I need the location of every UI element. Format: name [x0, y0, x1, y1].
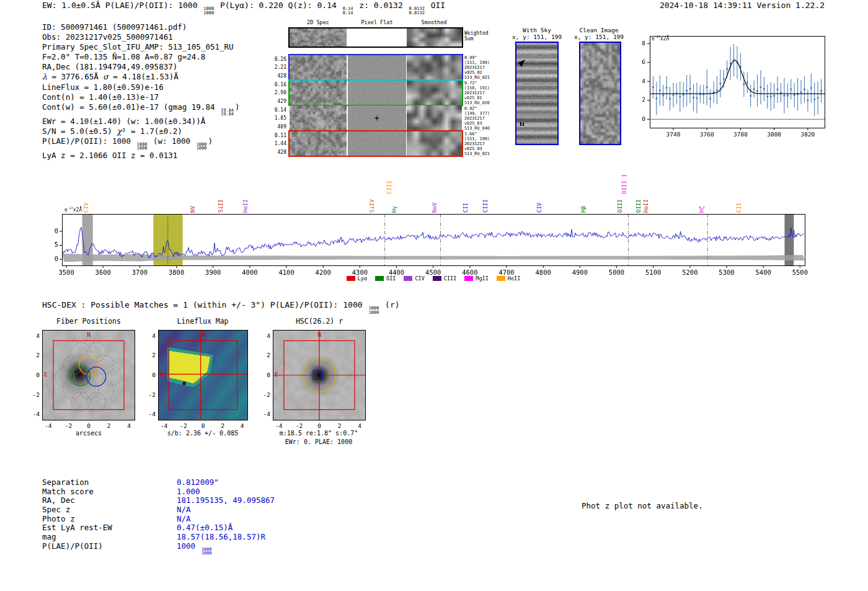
emission-line-label: Hζ: [699, 206, 705, 213]
row-value: 1.000: [177, 487, 200, 496]
text-segment: ): [208, 136, 213, 146]
signal-to-background-caption: s/b: 2.36 +/- 0.085: [167, 430, 238, 437]
stack-bottom: 0.0132: [409, 11, 425, 16]
row-value: 0.47(±0.15)Å: [177, 523, 232, 532]
info-value: 513_RU_020: [464, 100, 490, 105]
clean-image: [579, 42, 621, 145]
table-row: Photo zN/A: [42, 514, 275, 523]
stat-value: 2.21: [268, 63, 286, 71]
stat-value: 1.85: [268, 114, 286, 122]
x-tick-label: 2: [338, 422, 342, 429]
stack-bottom: 0.14: [343, 11, 353, 16]
x-tick-label: -2: [296, 422, 303, 429]
table-row: Match score1.000: [42, 487, 275, 496]
row-label: mag: [42, 532, 177, 541]
stat-value: 409: [268, 123, 286, 131]
row-value: N/A: [177, 514, 191, 523]
with-sky-coords: x, y: 151, 199: [512, 33, 562, 40]
info-value: 0.99": [464, 55, 490, 60]
unit-exp: -17: [655, 35, 660, 38]
cutout-pixelflat-image: [348, 105, 406, 131]
math-symbol: λ: [42, 72, 47, 81]
weighted-sum-label-line: Weighted: [464, 30, 489, 36]
text-segment: EWr = 4.10(±1.40) (w: 1.00(±0.34))Å: [42, 117, 205, 126]
fiber-positions-title: Fiber Positions: [56, 317, 121, 326]
unit-rest: x2Å: [73, 207, 82, 213]
fiber-positions-image: [42, 330, 135, 420]
cutout-pixelflat-image: [348, 131, 406, 156]
text-segment: 0.47(±0.15)Å: [177, 523, 232, 532]
emission-line-label: CIII: [483, 199, 489, 213]
x-tick-label: 2: [221, 422, 224, 429]
clean-image-title: Clean Image: [580, 27, 619, 33]
info-value: (150, 191): [464, 86, 490, 91]
legend-item: CIII: [433, 275, 456, 282]
cutout-smoothed-image: [407, 105, 462, 131]
stacked-fraction: 10001000: [202, 548, 212, 556]
text-segment: OII: [426, 1, 445, 10]
emission-line-label: OIII: [636, 199, 642, 213]
legend-label: CIV: [415, 275, 424, 282]
cutout-row-stats: 0.162.90429: [268, 81, 286, 105]
stat-value: 0.14: [268, 106, 286, 114]
row-value: 18.57(18.56,18.57)R: [177, 532, 265, 541]
x-tick-label: -2: [65, 422, 72, 429]
lineflux-map-image: [158, 330, 248, 420]
legend-item: OII: [375, 275, 396, 282]
info-value: 20231217: [464, 65, 490, 70]
cutout-smoothed-image: [407, 80, 462, 105]
emission-line-label: CII: [463, 203, 469, 213]
text-segment: LyA z = 2.1066 OII z = 0.0131: [42, 151, 177, 160]
legend-label: CIII: [444, 275, 456, 282]
text-segment: 1.000: [177, 487, 200, 496]
legend-label: HeII: [508, 275, 520, 282]
legend-item: MgII: [464, 275, 488, 282]
cutout-column-header: Smoothed: [422, 19, 447, 25]
legend-swatch: [375, 276, 384, 281]
text-segment: ID: 5000971461 (5000971461.pdf): [42, 22, 187, 32]
info-value: 20231217: [464, 91, 490, 96]
info-value: 0.92": [464, 106, 490, 111]
text-segment: Obs: 20231217v025_5000971461: [42, 32, 173, 42]
flux-units-label: e-17x2Å: [652, 35, 669, 42]
spectrum-legend: LyαOIICIVCIIIMgIIHeII: [62, 275, 805, 282]
timestamp-version: 2024-10-18 14:39:11 Version 1.22.2: [660, 1, 825, 10]
y-tick-label: -4: [26, 411, 40, 417]
stat-value: 0.16: [268, 81, 286, 89]
table-row: Est LyA rest-EW0.47(±0.15)Å: [42, 523, 275, 532]
cutout-2dspec-image: [290, 80, 347, 105]
text-segment: (r): [380, 300, 399, 309]
cutout-smoothed-image: [407, 55, 462, 80]
text-segment: HSC-DEX : Possible Matches = 1 (within +…: [42, 300, 367, 309]
with-sky-image: [515, 42, 559, 145]
row-label: P(LAE)/P(OII): [42, 541, 177, 551]
weighted-2dspec-image: [290, 29, 347, 47]
info-line: Cont(n) = 1.40(±0.13)e-17: [42, 92, 240, 102]
x-tick-label: 2: [107, 422, 111, 429]
info-value: 20231217: [464, 141, 490, 146]
emission-line-label: HeII: [644, 199, 649, 213]
cutout-row-stats: 0.262.21428: [268, 55, 286, 80]
info-value: 20231217: [464, 116, 490, 121]
x-tick-label: -4: [161, 422, 167, 429]
x-tick-label: 4: [241, 422, 244, 429]
text-segment: 181.195135, 49.095867: [177, 495, 275, 505]
text-segment: RA,Dec (181.194794,49.095837): [42, 62, 177, 71]
emission-line-label: OIII ]: [622, 174, 627, 194]
info-value: v025_03: [464, 121, 490, 126]
hsc-ew-plae-caption: EWr: 0. PLAE: 1000: [285, 438, 352, 445]
legend-swatch: [404, 276, 412, 281]
x-tick-label: 0: [202, 422, 205, 429]
stack-bottom: 1000: [202, 551, 212, 556]
row-label: Match score: [42, 487, 177, 496]
math-symbol: σ: [103, 72, 108, 81]
y-tick-label: 0: [142, 371, 156, 378]
emission-line-label: SiII: [218, 199, 224, 213]
cutout-2dspec-image: [290, 105, 347, 131]
table-row: P(LAE)/P(OII)1000 10001000: [42, 541, 275, 551]
text-segment: (w: 1000: [148, 136, 195, 146]
elixer-detection-report: EW: 1.0±0.5Å P(LAE)/P(OII): 1000 1000100…: [0, 0, 868, 591]
text-segment: P(LAE)/P(OII): 1000: [42, 136, 136, 146]
stat-value: 0.11: [268, 131, 286, 140]
legend-swatch: [347, 276, 355, 281]
